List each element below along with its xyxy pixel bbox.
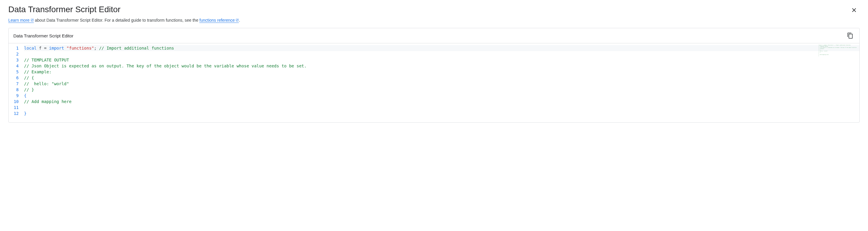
line-number: 6	[11, 75, 19, 81]
code-line[interactable]: // TEMPLATE OUTPUT	[24, 57, 859, 63]
close-button[interactable]	[848, 5, 860, 17]
code-line[interactable]: local f = import "functions"; // Import …	[24, 45, 859, 51]
code-line[interactable]	[24, 51, 859, 57]
line-number: 9	[11, 93, 19, 98]
line-number: 12	[11, 111, 19, 116]
code-line[interactable]: {	[24, 93, 859, 98]
subtitle: Learn more about Data Transformer Script…	[8, 18, 860, 23]
line-number: 4	[11, 63, 19, 69]
copy-icon	[847, 32, 854, 39]
code-line[interactable]: // Json Object is expected as on output.…	[24, 63, 859, 69]
code-line[interactable]: // }	[24, 87, 859, 93]
code-line[interactable]: // {	[24, 75, 859, 81]
line-number: 3	[11, 57, 19, 63]
line-number: 5	[11, 69, 19, 75]
line-number: 8	[11, 87, 19, 93]
line-number: 11	[11, 105, 19, 111]
editor-panel-title: Data Transformer Script Editor	[13, 33, 73, 38]
editor-panel: Data Transformer Script Editor 123456789…	[8, 28, 860, 123]
code-line[interactable]: // hello: "world"	[24, 81, 859, 87]
code-line[interactable]: // Example:	[24, 69, 859, 75]
line-number: 2	[11, 51, 19, 57]
code-line[interactable]: }	[24, 111, 859, 116]
line-number: 7	[11, 81, 19, 87]
code-line[interactable]	[24, 105, 859, 111]
code-editor[interactable]: 123456789101112 local f = import "functi…	[9, 43, 859, 122]
functions-reference-link[interactable]: functions reference	[199, 18, 239, 23]
page-title: Data Transformer Script Editor	[8, 5, 120, 14]
line-gutter: 123456789101112	[9, 44, 22, 122]
line-number: 1	[11, 45, 19, 51]
external-link-icon	[236, 18, 239, 23]
copy-button[interactable]	[846, 31, 855, 40]
line-number: 10	[11, 98, 19, 105]
code-content[interactable]: local f = import "functions"; // Import …	[22, 44, 859, 122]
code-line[interactable]: // Add mapping here	[24, 98, 859, 105]
external-link-icon	[31, 18, 34, 23]
learn-more-link[interactable]: Learn more	[8, 18, 34, 23]
close-icon	[851, 7, 857, 13]
